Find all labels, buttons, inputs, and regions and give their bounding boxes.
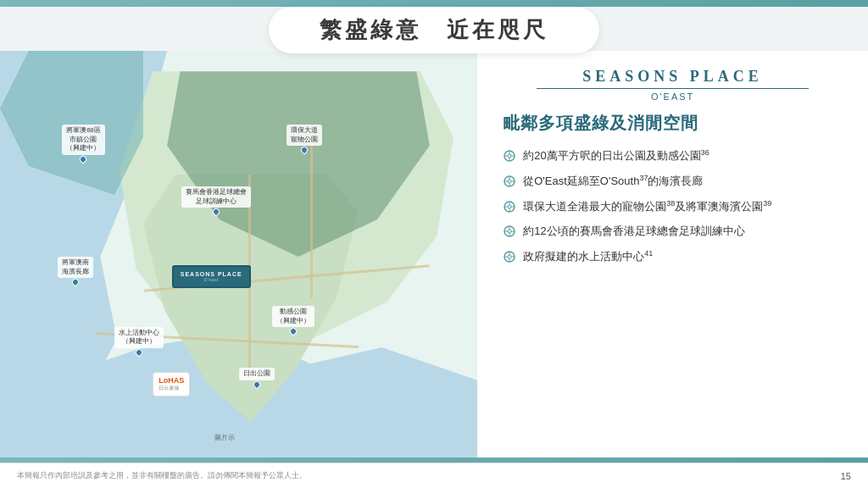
seasons-box-sub: O'east bbox=[181, 277, 242, 282]
page-number: 15 bbox=[841, 471, 851, 481]
feature-text-3: 環保大道全港最大的寵物公園38及將軍澳海濱公園39 bbox=[523, 198, 771, 215]
section-title: 毗鄰多項盛綠及消閒空間 bbox=[503, 112, 843, 135]
map-pin-6: 動感公園（興建中） bbox=[272, 306, 314, 335]
page-title: 繁盛綠意 近在咫尺 bbox=[320, 15, 548, 45]
header-top-bar bbox=[0, 0, 868, 7]
map-pin-5: 水上活動中心（興建中） bbox=[114, 327, 164, 356]
feature-icon-3 bbox=[503, 200, 516, 214]
svg-point-19 bbox=[508, 230, 511, 233]
feature-text-4: 約12公頃的賽馬會香港足球總會足球訓練中心 bbox=[523, 223, 744, 240]
map-area: SEASONS PLACE O'east 環保大道寵物公園 將軍澳68區市鎮公園… bbox=[0, 51, 477, 463]
feature-text-1: 約20萬平方呎的日出公園及動感公園36 bbox=[523, 147, 709, 164]
svg-point-1 bbox=[508, 154, 511, 158]
feature-icon-1 bbox=[503, 149, 516, 163]
feature-item-3: 環保大道全港最大的寵物公園38及將軍澳海濱公園39 bbox=[503, 198, 843, 215]
map-pin-3: 賽馬會香港足球總會足球訓練中心 bbox=[181, 186, 251, 215]
road-vertical-2 bbox=[310, 133, 313, 297]
feature-text-5: 政府擬建的水上活動中心41 bbox=[523, 248, 653, 265]
lohas-logo-area: LoHAS 日出康城 bbox=[153, 372, 190, 396]
feature-text-2: 從O'East延綿至O'South37的海濱長廊 bbox=[523, 173, 703, 190]
seasons-box-title: SEASONS PLACE bbox=[181, 271, 242, 277]
svg-point-25 bbox=[508, 255, 511, 258]
right-info-area: SEASONS PLACE O'EAST 毗鄰多項盛綠及消閒空間 bbox=[477, 51, 868, 463]
main-content: SEASONS PLACE O'east 環保大道寵物公園 將軍澳68區市鎮公園… bbox=[0, 51, 868, 463]
map-caption: 圖片示 bbox=[214, 433, 235, 442]
map-background: SEASONS PLACE O'east 環保大道寵物公園 將軍澳68區市鎮公園… bbox=[0, 51, 477, 463]
seasons-place-map-box: SEASONS PLACE O'east bbox=[172, 265, 251, 288]
feature-icon-4 bbox=[503, 225, 516, 238]
title-area: 繁盛綠意 近在咫尺 bbox=[269, 7, 599, 53]
brand-sub: O'EAST bbox=[651, 92, 694, 102]
map-pin-4: 將軍澳南海濱長廊 bbox=[58, 257, 93, 286]
svg-point-13 bbox=[508, 205, 511, 208]
map-pin-1: 環保大道寵物公園 bbox=[287, 125, 322, 153]
feature-icon-5 bbox=[503, 250, 516, 263]
feature-item-4: 約12公頃的賽馬會香港足球總會足球訓練中心 bbox=[503, 223, 843, 240]
svg-point-7 bbox=[508, 180, 511, 183]
brand-divider bbox=[537, 88, 809, 89]
feature-icon-2 bbox=[503, 175, 516, 188]
feature-item-1: 約20萬平方呎的日出公園及動感公園36 bbox=[503, 147, 843, 164]
feature-item-5: 政府擬建的水上活動中心41 bbox=[503, 248, 843, 265]
brand-area: SEASONS PLACE O'EAST bbox=[503, 68, 843, 102]
disclaimer-text: 本簡報只作內部培訓及參考之用，並非有關樓盤的廣告。請勿傳閱本簡報予公眾人士。 bbox=[17, 470, 841, 481]
feature-list: 約20萬平方呎的日出公園及動感公園36 從O'East延綿至O'South37 bbox=[503, 147, 843, 265]
map-pin-2: 將軍澳68區市鎮公園（興建中） bbox=[62, 125, 104, 163]
feature-item-2: 從O'East延綿至O'South37的海濱長廊 bbox=[503, 173, 843, 190]
bottom-bar: 本簡報只作內部培訓及參考之用，並非有關樓盤的廣告。請勿傳閱本簡報予公眾人士。 1… bbox=[0, 463, 868, 488]
map-pin-7: 日出公園 bbox=[239, 368, 275, 388]
brand-name: SEASONS PLACE bbox=[582, 68, 763, 86]
